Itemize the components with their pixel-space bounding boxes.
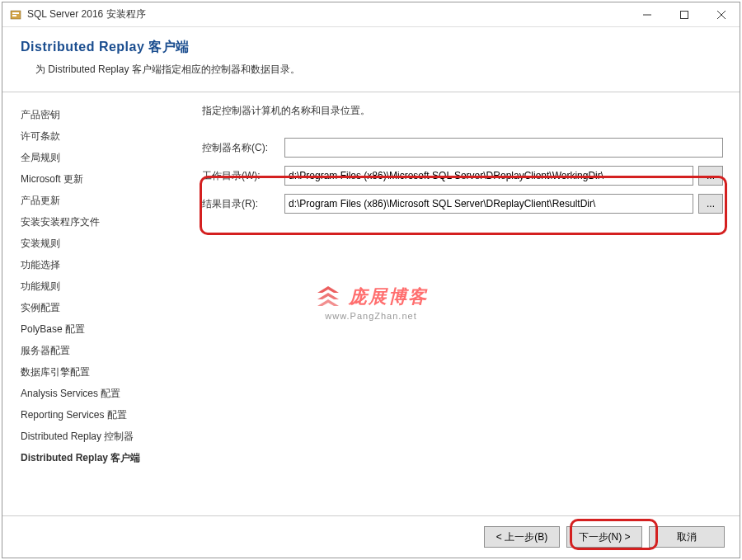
back-button[interactable]: < 上一步(B) xyxy=(484,526,560,548)
titlebar: SQL Server 2016 安装程序 xyxy=(2,2,740,27)
page-description: 为 Distributed Replay 客户端指定相应的控制器和数据目录。 xyxy=(35,63,721,77)
result-dir-browse-button[interactable]: ... xyxy=(698,194,723,214)
sidebar-item-install-rules[interactable]: 安装规则 xyxy=(21,233,176,254)
svg-rect-1 xyxy=(12,12,19,14)
close-button[interactable] xyxy=(702,2,740,26)
sidebar-item-feature-selection[interactable]: 功能选择 xyxy=(21,254,176,275)
page-title: Distributed Replay 客户端 xyxy=(21,39,721,56)
cancel-button[interactable]: 取消 xyxy=(649,526,725,548)
sidebar-item-ms-update[interactable]: Microsoft 更新 xyxy=(21,168,176,190)
window-controls xyxy=(628,2,740,26)
working-dir-label: 工作目录(W): xyxy=(202,169,284,183)
sidebar-item-product-update[interactable]: 产品更新 xyxy=(21,190,176,211)
svg-rect-4 xyxy=(680,11,688,18)
result-dir-input[interactable] xyxy=(284,194,693,214)
app-icon xyxy=(9,8,22,21)
sidebar-item-dreplay-client[interactable]: Distributed Replay 客户端 xyxy=(21,447,176,468)
window-frame: SQL Server 2016 安装程序 Distributed Replay … xyxy=(2,2,740,558)
controller-name-row: 控制器名称(C): xyxy=(202,138,723,158)
sidebar-item-dreplay-controller[interactable]: Distributed Replay 控制器 xyxy=(21,426,176,447)
window-title: SQL Server 2016 安装程序 xyxy=(27,7,628,21)
sidebar: 产品密钥 许可条款 全局规则 Microsoft 更新 产品更新 安装安装程序文… xyxy=(2,92,184,515)
minimize-button[interactable] xyxy=(628,2,665,26)
main-panel: 指定控制器计算机的名称和目录位置。 控制器名称(C): 工作目录(W): ...… xyxy=(184,92,740,515)
main-intro: 指定控制器计算机的名称和目录位置。 xyxy=(202,104,723,118)
sidebar-item-license[interactable]: 许可条款 xyxy=(21,125,176,147)
working-dir-input[interactable] xyxy=(284,166,693,186)
sidebar-item-instance-config[interactable]: 实例配置 xyxy=(21,297,176,318)
sidebar-item-product-key[interactable]: 产品密钥 xyxy=(21,104,176,125)
working-dir-browse-button[interactable]: ... xyxy=(698,166,723,186)
body-area: 产品密钥 许可条款 全局规则 Microsoft 更新 产品更新 安装安装程序文… xyxy=(2,92,740,515)
next-button[interactable]: 下一步(N) > xyxy=(566,526,642,548)
sidebar-item-server-config[interactable]: 服务器配置 xyxy=(21,340,176,361)
working-dir-row: 工作目录(W): ... xyxy=(202,166,723,186)
maximize-button[interactable] xyxy=(665,2,702,26)
sidebar-item-global-rules[interactable]: 全局规则 xyxy=(21,147,176,168)
footer: < 上一步(B) 下一步(N) > 取消 xyxy=(2,515,740,558)
sidebar-item-install-setup-files[interactable]: 安装安装程序文件 xyxy=(21,211,176,233)
svg-rect-2 xyxy=(12,15,16,16)
header: Distributed Replay 客户端 为 Distributed Rep… xyxy=(2,27,740,92)
sidebar-item-analysis-services[interactable]: Analysis Services 配置 xyxy=(21,383,176,404)
controller-name-label: 控制器名称(C): xyxy=(202,141,284,155)
result-dir-label: 结果目录(R): xyxy=(202,197,284,211)
sidebar-item-reporting-services[interactable]: Reporting Services 配置 xyxy=(21,404,176,426)
sidebar-item-db-engine-config[interactable]: 数据库引擎配置 xyxy=(21,361,176,383)
sidebar-item-feature-rules[interactable]: 功能规则 xyxy=(21,275,176,297)
result-dir-row: 结果目录(R): ... xyxy=(202,194,723,214)
controller-name-input[interactable] xyxy=(284,138,723,158)
sidebar-item-polybase-config[interactable]: PolyBase 配置 xyxy=(21,318,176,340)
